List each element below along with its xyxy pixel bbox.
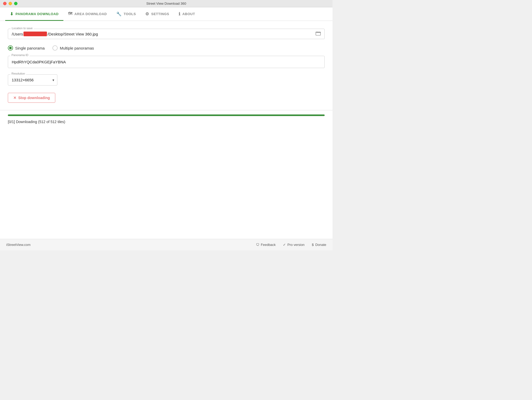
stop-x-icon: ✕ — [13, 96, 16, 100]
feedback-link[interactable]: 🗨 Feedback — [256, 243, 276, 247]
location-field-group: Location to save /Users /Desktop/Street … — [8, 29, 325, 39]
gear-icon: ⚙ — [145, 11, 149, 16]
radio-multiple-circle — [52, 45, 58, 51]
traffic-lights — [3, 2, 17, 5]
location-label: Location to save — [11, 27, 34, 30]
nav-label-area: AREA DOWNLOAD — [74, 12, 107, 16]
section-divider — [0, 110, 332, 110]
footer-website: iStreetView.com — [6, 243, 256, 247]
radio-single-circle — [8, 45, 13, 51]
title-bar: Street View Download 360 — [0, 0, 332, 7]
feedback-icon: 🗨 — [256, 243, 259, 247]
panorama-id-input[interactable] — [8, 56, 325, 68]
footer-links: 🗨 Feedback ✓ Pro version $ Donate — [256, 243, 326, 247]
radio-multiple-label: Multiple panoramas — [60, 46, 94, 50]
website-text: iStreetView.com — [6, 243, 31, 247]
maximize-button[interactable] — [14, 2, 17, 5]
nav-item-area-download[interactable]: 🗺 AREA DOWNLOAD — [63, 8, 112, 21]
tools-icon: 🔧 — [116, 11, 122, 16]
download-icon: ⬇ — [10, 11, 14, 16]
panorama-id-label: Panorama ID — [10, 53, 29, 57]
stop-label: Stop downloading — [18, 96, 50, 100]
donate-label: Donate — [315, 243, 326, 247]
nav-item-settings[interactable]: ⚙ SETTINGS — [141, 8, 174, 21]
radio-group: Single panorama Multiple panoramas — [8, 45, 325, 51]
nav-label-settings: SETTINGS — [151, 12, 169, 16]
pro-version-label: Pro version — [287, 243, 305, 247]
radio-multiple-panoramas[interactable]: Multiple panoramas — [52, 45, 94, 51]
nav-bar: ⬇ PANORAMA DOWNLOAD 🗺 AREA DOWNLOAD 🔧 TO… — [0, 7, 332, 21]
main-content: Location to save /Users /Desktop/Street … — [0, 21, 332, 239]
location-prefix: /Users — [12, 32, 23, 36]
minimize-button[interactable] — [9, 2, 12, 5]
progress-bar-fill — [8, 114, 325, 116]
window-title: Street View Download 360 — [146, 2, 186, 5]
close-button[interactable] — [3, 2, 7, 5]
resolution-group: Resolution 832×416 1664×832 3328×1664 66… — [8, 74, 57, 86]
progress-bar-container — [8, 114, 325, 116]
radio-single-panorama[interactable]: Single panorama — [8, 45, 45, 51]
stop-downloading-button[interactable]: ✕ Stop downloading — [8, 93, 55, 103]
resolution-label: Resolution — [10, 72, 26, 75]
checkmark-icon: ✓ — [283, 243, 286, 247]
feedback-label: Feedback — [261, 243, 276, 247]
location-value: /Users /Desktop/Street View 360.jpg — [12, 32, 311, 36]
nav-item-tools[interactable]: 🔧 TOOLS — [112, 8, 141, 21]
pro-version-link[interactable]: ✓ Pro version — [283, 243, 305, 247]
panorama-id-group: Panorama ID — [8, 56, 325, 68]
folder-icon[interactable] — [316, 31, 321, 37]
nav-label-about: ABOUT — [182, 12, 195, 16]
radio-single-label: Single panorama — [15, 46, 45, 50]
footer: iStreetView.com 🗨 Feedback ✓ Pro version… — [0, 239, 332, 250]
resolution-select[interactable]: 832×416 1664×832 3328×1664 6656×3328 133… — [8, 74, 57, 86]
donate-link[interactable]: $ Donate — [312, 243, 326, 247]
nav-label-tools: TOOLS — [124, 12, 136, 16]
info-icon: ℹ — [179, 11, 180, 16]
dollar-icon: $ — [312, 243, 314, 247]
redacted-username — [23, 32, 47, 36]
nav-item-panorama-download[interactable]: ⬇ PANORAMA DOWNLOAD — [5, 8, 63, 21]
progress-text: [0/1] Downloading (512 of 512 tiles) — [8, 120, 325, 124]
location-suffix: /Desktop/Street View 360.jpg — [47, 32, 98, 36]
map-icon: 🗺 — [68, 11, 72, 16]
nav-label-panorama: PANORAMA DOWNLOAD — [16, 12, 59, 16]
nav-item-about[interactable]: ℹ ABOUT — [174, 8, 200, 21]
